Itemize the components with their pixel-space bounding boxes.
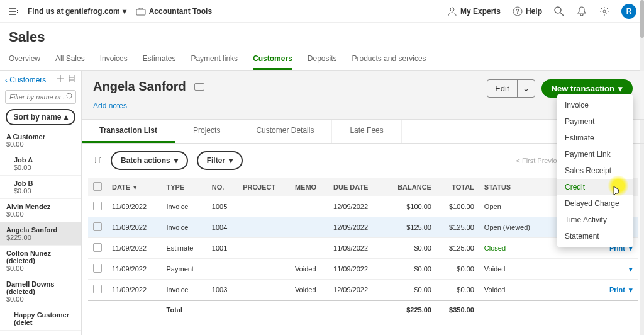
row-checkbox[interactable] [93, 202, 102, 210]
dropdown-item-time-activity[interactable]: Time Activity [557, 212, 633, 228]
column-type[interactable]: TYPE [162, 178, 207, 196]
table-row[interactable]: 11/09/2022PaymentVoided11/09/2022$0.00$0… [88, 259, 638, 280]
column-due date[interactable]: DUE DATE [328, 178, 383, 196]
tab-overview[interactable]: Overview [9, 49, 40, 70]
svg-text:?: ? [516, 8, 519, 15]
dropdown-item-invoice[interactable]: Invoice [557, 97, 633, 113]
help-icon: ? [512, 6, 523, 17]
row-checkbox[interactable] [93, 243, 102, 252]
chevron-up-icon: ▴ [64, 113, 68, 122]
table-row[interactable]: 11/09/2022Invoice100412/09/2022$125.00$1… [88, 217, 638, 238]
customer-list-item[interactable]: Duncan Harrington$0.00 [0, 331, 81, 335]
page-title: Sales [0, 23, 644, 49]
dropdown-item-statement[interactable]: Statement [557, 228, 633, 244]
sort-indicator-icon: ▼ [132, 185, 138, 191]
tab-customers[interactable]: Customers [253, 49, 292, 70]
tab-invoices[interactable]: Invoices [100, 49, 128, 70]
dropdown-item-payment-link[interactable]: Payment Link [557, 146, 633, 162]
customer-name: Angela Sanford [93, 79, 186, 93]
tab-all-sales[interactable]: All Sales [55, 49, 85, 70]
tab-deposits[interactable]: Deposits [308, 49, 337, 70]
back-to-customers[interactable]: ‹ Customers [5, 76, 46, 84]
person-icon [447, 6, 458, 17]
svg-point-5 [603, 10, 606, 13]
customer-list-item[interactable]: Darnell Downs (deleted)$0.00 [0, 276, 81, 307]
chevron-down-icon: ▾ [618, 84, 623, 93]
site-link[interactable]: Find us at gentlefrog.com▾ [28, 7, 126, 16]
svg-rect-0 [136, 9, 145, 15]
select-all-checkbox[interactable] [93, 182, 102, 191]
sales-tabs: OverviewAll SalesInvoicesEstimatesPaymen… [0, 49, 644, 71]
row-action[interactable]: ▾ [552, 265, 633, 273]
sub-tab-projects[interactable]: Projects [175, 120, 238, 143]
search-icon[interactable] [553, 6, 565, 17]
table-row[interactable]: 11/09/2022Estimate100111/09/2022$0.00$12… [88, 238, 638, 259]
my-experts-link[interactable]: My Experts [447, 6, 501, 17]
customer-list-item[interactable]: Job A$0.00 [0, 152, 81, 176]
tab-estimates[interactable]: Estimates [143, 49, 176, 70]
chevron-down-icon: ▾ [123, 7, 126, 16]
accountant-tools-link[interactable]: Accountant Tools [135, 6, 212, 17]
row-checkbox[interactable] [93, 285, 102, 293]
dropdown-item-estimate[interactable]: Estimate [557, 130, 633, 146]
column-memo[interactable]: MEMO [290, 178, 328, 196]
search-icon [66, 93, 74, 102]
svg-point-6 [67, 93, 72, 98]
dropdown-item-delayed-charge[interactable]: Delayed Charge [557, 195, 633, 212]
column-no.[interactable]: NO. [207, 178, 238, 196]
gear-icon[interactable] [599, 6, 610, 17]
column-project[interactable]: PROJECT [238, 178, 290, 196]
card-icon[interactable] [194, 83, 204, 91]
customer-list-item[interactable]: Angela Sanford$225.00 [0, 222, 81, 246]
row-checkbox[interactable] [93, 222, 102, 231]
customer-list-item[interactable]: Colton Nunez (deleted)$0.00 [0, 246, 81, 276]
bell-icon[interactable] [576, 6, 587, 17]
table-row[interactable]: 11/09/2022Invoice100512/09/2022$100.00$1… [88, 196, 638, 217]
menu-icon[interactable] [8, 6, 19, 17]
chevron-down-icon: ▾ [174, 156, 178, 165]
briefcase-icon [135, 6, 147, 17]
transactions-table: DATE ▼TYPENO.PROJECTMEMODUE DATEBALANCET… [88, 178, 638, 319]
table-row[interactable]: 11/09/2022Invoice1003Voided12/09/2022$0.… [88, 280, 638, 301]
import-icon[interactable] [67, 74, 76, 85]
chevron-down-icon: ▾ [229, 156, 233, 165]
chevron-down-icon: ▾ [629, 265, 633, 273]
top-bar: Find us at gentlefrog.com▾ Accountant To… [0, 0, 644, 23]
help-link[interactable]: ?Help [512, 6, 542, 17]
svg-point-1 [450, 8, 454, 11]
filter-button[interactable]: Filter▾ [197, 151, 243, 170]
customer-content: Angela Sanford Add notes Edit ⌄ New tran… [82, 71, 644, 335]
dropdown-item-payment[interactable]: Payment [557, 113, 633, 130]
column-balance[interactable]: BALANCE [383, 178, 436, 196]
add-notes-link[interactable]: Add notes [93, 101, 204, 110]
customer-list-item[interactable]: Happy Customer (delet [0, 307, 81, 331]
sort-icon[interactable] [93, 156, 102, 166]
customer-list-item[interactable]: Alvin Mendez$0.00 [0, 199, 81, 222]
edit-dropdown[interactable]: ⌄ [517, 80, 535, 97]
add-customer-icon[interactable] [56, 74, 65, 85]
row-action[interactable]: Print ▾ [552, 286, 633, 294]
avatar[interactable]: R [621, 4, 636, 19]
customer-list-item[interactable]: A Customer$0.00 [0, 129, 81, 152]
sub-tab-late-fees[interactable]: Late Fees [332, 120, 401, 143]
sub-tab-customer-details[interactable]: Customer Details [238, 120, 332, 143]
batch-actions-button[interactable]: Batch actions▾ [111, 151, 188, 170]
row-checkbox[interactable] [93, 264, 102, 273]
edit-button[interactable]: Edit ⌄ [487, 79, 535, 98]
column-total[interactable]: TOTAL [436, 178, 479, 196]
chevron-down-icon: ▾ [629, 286, 633, 294]
column-date[interactable]: DATE ▼ [107, 178, 162, 196]
tab-payment-links[interactable]: Payment links [191, 49, 238, 70]
customer-list-item[interactable]: Job B$0.00 [0, 176, 81, 199]
column-status[interactable]: STATUS [479, 178, 548, 196]
sub-tab-transaction-list[interactable]: Transaction List [82, 120, 175, 143]
customer-sidebar: ‹ Customers Sort by name▴ A Customer$0.0… [0, 71, 82, 335]
new-transaction-dropdown: InvoicePaymentEstimatePayment LinkSales … [557, 94, 633, 247]
tab-products-and-services[interactable]: Products and services [352, 49, 426, 70]
dropdown-item-credit-memo[interactable]: Credit [557, 179, 633, 195]
sort-button[interactable]: Sort by name▴ [6, 109, 75, 125]
svg-point-4 [555, 7, 561, 13]
